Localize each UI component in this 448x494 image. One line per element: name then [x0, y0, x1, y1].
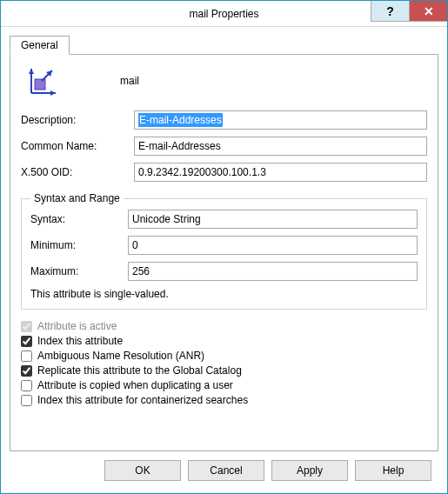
checkbox-replicate-gc[interactable] — [21, 365, 32, 377]
attribute-icon — [24, 63, 59, 98]
minimum-label: Minimum: — [30, 239, 128, 251]
oid-label: X.500 OID: — [21, 166, 134, 178]
syntax-range-group: Syntax and Range Syntax: Minimum: Maximu… — [21, 192, 427, 310]
check-attribute-active: Attribute is active — [21, 320, 427, 332]
ok-button[interactable]: OK — [104, 460, 181, 481]
maximum-field[interactable] — [128, 262, 418, 281]
checkbox-index-container[interactable] — [21, 395, 32, 406]
check-index-attribute[interactable]: Index this attribute — [21, 335, 427, 347]
tabpanel-general: mail Description: E-mail-Addresses Commo… — [10, 54, 438, 451]
close-button[interactable]: ✕ — [409, 1, 447, 22]
checkbox-index-attribute[interactable] — [21, 336, 32, 347]
maximum-label: Maximum: — [30, 265, 128, 277]
check-index-attribute-label: Index this attribute — [37, 335, 123, 347]
syntax-field[interactable] — [128, 210, 418, 229]
header-row: mail — [21, 63, 427, 98]
button-row: OK Cancel Apply Help — [10, 451, 438, 488]
checkbox-anr[interactable] — [21, 350, 32, 362]
help-action-button[interactable]: Help — [355, 460, 431, 481]
check-index-container[interactable]: Index this attribute for containerized s… — [21, 394, 427, 406]
cancel-button[interactable]: Cancel — [188, 460, 264, 481]
minimum-field[interactable] — [128, 236, 418, 255]
description-field[interactable]: E-mail-Addresses — [134, 110, 427, 130]
svg-marker-3 — [29, 69, 34, 74]
check-anr[interactable]: Ambiguous Name Resolution (ANR) — [21, 350, 427, 362]
check-anr-label: Ambiguous Name Resolution (ANR) — [37, 350, 204, 362]
checkbox-attribute-active — [21, 321, 32, 332]
check-attribute-active-label: Attribute is active — [37, 320, 117, 332]
check-index-container-label: Index this attribute for containerized s… — [37, 394, 248, 406]
dialog-window: mail Properties ? ✕ General — [0, 0, 448, 494]
check-replicate-gc-label: Replicate this attribute to the Global C… — [37, 364, 242, 377]
apply-button[interactable]: Apply — [271, 460, 348, 481]
attribute-name: mail — [120, 75, 139, 87]
svg-rect-4 — [35, 79, 45, 90]
titlebar: mail Properties ? ✕ — [1, 1, 447, 27]
check-copy-duplicate-label: Attribute is copied when duplicating a u… — [37, 379, 233, 391]
close-icon: ✕ — [424, 4, 434, 18]
client-area: General mail Descri — [1, 27, 447, 493]
common-name-label: Common Name: — [21, 140, 134, 152]
description-value: E-mail-Addresses — [138, 113, 223, 127]
checkbox-copy-duplicate[interactable] — [21, 380, 32, 391]
svg-marker-2 — [50, 90, 56, 96]
common-name-field[interactable] — [134, 137, 427, 156]
window-title: mail Properties — [189, 8, 258, 20]
check-copy-duplicate[interactable]: Attribute is copied when duplicating a u… — [21, 379, 427, 391]
help-icon: ? — [386, 4, 394, 18]
checkbox-group: Attribute is active Index this attribute… — [21, 320, 427, 406]
titlebar-controls: ? ✕ — [371, 1, 447, 22]
oid-field[interactable] — [134, 163, 427, 182]
syntax-label: Syntax: — [30, 213, 128, 225]
single-valued-note: This attribute is single-valued. — [30, 288, 418, 300]
help-button[interactable]: ? — [371, 1, 409, 22]
tab-general[interactable]: General — [10, 36, 70, 55]
syntax-range-legend: Syntax and Range — [30, 192, 124, 204]
check-replicate-gc[interactable]: Replicate this attribute to the Global C… — [21, 364, 427, 377]
description-label: Description: — [21, 114, 134, 126]
tabstrip: General — [10, 36, 438, 55]
